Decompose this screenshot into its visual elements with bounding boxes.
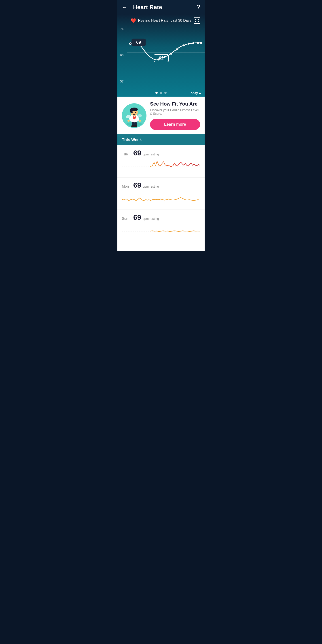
chart-subtitle: Resting Heart Rate, Last 30 Days <box>138 18 191 22</box>
day-unit-mon: bpm resting <box>143 185 159 188</box>
svg-point-20 <box>126 122 142 126</box>
svg-text:69: 69 <box>136 40 141 45</box>
learn-more-button[interactable]: Learn more <box>150 119 200 130</box>
day-row-sun: Sun 69 bpm resting <box>118 210 204 242</box>
svg-text:❤️: ❤️ <box>132 116 136 120</box>
page-title: Heart Rate <box>133 4 196 11</box>
fitness-subtitle: Discover your Cardio Fitness Level & Sco… <box>150 108 200 116</box>
day-label-tue: Tue <box>122 152 132 156</box>
day-row-mon: Mon 69 bpm resting <box>118 178 204 210</box>
fitness-card: ❤️ See How Fit You Are Disc <box>118 96 204 134</box>
back-button[interactable]: ← <box>122 4 131 10</box>
dot-2[interactable] <box>160 92 162 94</box>
day-chart-mon <box>122 191 200 207</box>
this-week-header: This Week <box>118 134 204 145</box>
svg-point-30 <box>128 120 130 122</box>
chart-container: 74 66 57 <box>118 25 204 96</box>
svg-point-25 <box>130 108 132 113</box>
chart-section: ❤️ Resting Heart Rate, Last 30 Days 74 6… <box>118 14 204 96</box>
heart-icon: ❤️ <box>130 18 136 23</box>
day-unit-sun: bpm resting <box>143 217 159 220</box>
header: ← Heart Rate ? <box>118 0 204 14</box>
svg-point-31 <box>139 120 141 122</box>
chart-svg: 69 62 <box>118 27 204 88</box>
dot-1[interactable] <box>156 92 158 94</box>
svg-point-9 <box>188 43 190 45</box>
svg-point-6 <box>170 53 172 55</box>
fitness-avatar: ❤️ <box>122 103 146 128</box>
this-week-title: This Week <box>122 138 142 142</box>
day-chart-tue <box>122 159 200 175</box>
fitness-title: See How Fit You Are <box>150 101 200 107</box>
day-label-mon: Mon <box>122 184 132 188</box>
dot-3[interactable] <box>164 92 166 94</box>
day-bpm-tue: 69 <box>133 149 141 157</box>
today-arrow <box>199 92 201 94</box>
svg-text:62: 62 <box>159 55 164 60</box>
day-row-tue: Tue 69 bpm resting <box>118 145 204 178</box>
svg-point-26 <box>132 112 133 113</box>
svg-point-27 <box>135 112 136 113</box>
day-unit-tue: bpm resting <box>143 152 159 156</box>
expand-button[interactable] <box>194 18 200 24</box>
help-button[interactable]: ? <box>196 4 200 11</box>
svg-point-8 <box>183 44 185 46</box>
fitness-text: See How Fit You Are Discover your Cardio… <box>150 101 200 130</box>
svg-point-7 <box>176 48 178 50</box>
day-bpm-sun: 69 <box>133 213 141 222</box>
svg-point-12 <box>200 42 202 44</box>
day-label-sun: Sun <box>122 217 132 221</box>
day-bpm-mon: 69 <box>133 181 141 190</box>
svg-point-10 <box>192 42 194 44</box>
svg-point-19 <box>138 114 142 117</box>
svg-point-11 <box>197 42 199 44</box>
chart-header: ❤️ Resting Heart Rate, Last 30 Days <box>118 14 204 25</box>
svg-point-5 <box>164 56 166 58</box>
today-label: Today <box>189 91 201 95</box>
day-chart-sun <box>122 224 200 239</box>
